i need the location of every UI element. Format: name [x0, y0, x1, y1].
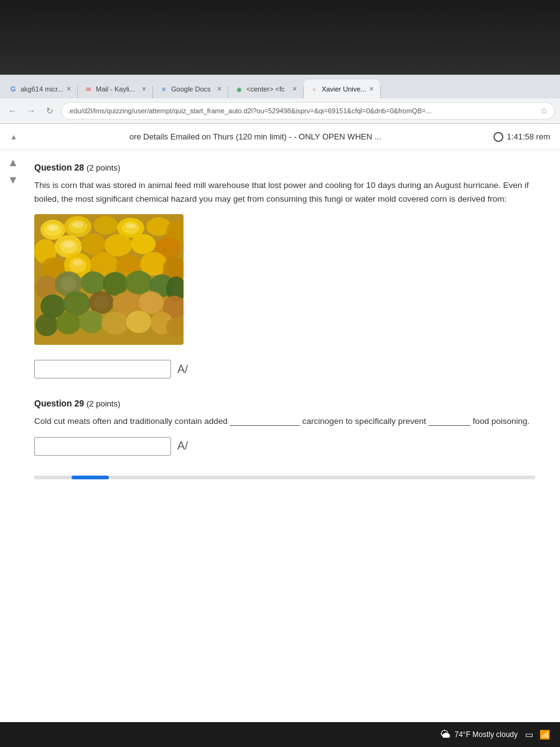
- horizontal-scrollbar[interactable]: [34, 476, 535, 479]
- tab-favicon-docs: ≡: [159, 85, 168, 93]
- svg-point-27: [60, 276, 77, 291]
- top-dark-bar: [0, 0, 560, 75]
- taskbar-monitor-icon[interactable]: ▭: [525, 730, 533, 740]
- svg-point-47: [48, 225, 58, 231]
- address-bar[interactable]: .edu/d2l/lms/quizzing/user/attempt/quiz_…: [61, 102, 555, 120]
- question-28-input[interactable]: [34, 360, 171, 378]
- svg-point-40: [35, 314, 58, 336]
- bookmark-icon[interactable]: ☆: [540, 106, 548, 116]
- svg-point-30: [125, 271, 152, 294]
- reload-button[interactable]: ↻: [42, 103, 57, 118]
- spell-check-icon-29[interactable]: A/: [177, 439, 188, 453]
- svg-point-49: [126, 223, 136, 228]
- svg-point-42: [79, 311, 104, 333]
- tab-favicon-xavier: ○: [310, 85, 319, 93]
- question-28-points: (2 points): [86, 163, 120, 172]
- page-title-bar: ▲ ore Details Emailed on Thurs (120 min …: [0, 124, 560, 150]
- svg-point-28: [81, 271, 106, 294]
- svg-point-6: [93, 216, 118, 235]
- tab-xavier[interactable]: ○ Xavier Unive... ×: [304, 80, 380, 98]
- forward-button[interactable]: →: [24, 103, 39, 118]
- tab-label-xavier: Xavier Unive...: [322, 85, 366, 93]
- address-bar-row: ← → ↻ .edu/d2l/lms/quizzing/user/attempt…: [0, 98, 560, 123]
- question-29-input[interactable]: [34, 437, 171, 456]
- tab-google-docs[interactable]: ≡ Google Docs ×: [153, 80, 228, 98]
- tab-label-docs: Google Docs: [171, 85, 211, 93]
- left-collapse-arrow[interactable]: ▲: [7, 156, 19, 169]
- left-expand-arrow[interactable]: ▼: [7, 174, 19, 187]
- tab-mail[interactable]: ✉ Mail - Kayli... ×: [78, 80, 152, 98]
- svg-point-38: [139, 291, 164, 314]
- tab-akg614[interactable]: G akg614 micr... ×: [2, 80, 77, 98]
- tab-label-mail: Mail - Kayli...: [96, 85, 135, 93]
- tab-close-mail[interactable]: ×: [142, 85, 146, 93]
- svg-point-14: [81, 233, 106, 255]
- tab-divider-5: [380, 86, 381, 98]
- tab-label-center: <center> <fc: [246, 85, 284, 93]
- question-29-answer-area: A/: [34, 437, 535, 456]
- question-28-section: Question 28 (2 points) This is corn that…: [34, 162, 535, 378]
- timer-display: 1:41:58 rem: [493, 132, 550, 142]
- svg-point-29: [103, 272, 128, 296]
- address-text: .edu/d2l/lms/quizzing/user/attempt/quiz_…: [68, 107, 536, 115]
- question-29-header: Question 29 (2 points): [34, 398, 535, 408]
- back-button[interactable]: ←: [5, 103, 20, 118]
- question-29-text: Cold cut meats often and traditionally c…: [34, 415, 535, 428]
- svg-point-43: [101, 312, 129, 334]
- timer-icon: [493, 132, 503, 142]
- svg-point-50: [63, 242, 74, 248]
- question-29-points: (2 points): [86, 399, 120, 408]
- page-title: ore Details Emailed on Thurs (120 min li…: [129, 132, 381, 141]
- tab-center[interactable]: ◉ <center> <fc ×: [228, 80, 303, 98]
- svg-point-41: [56, 312, 81, 334]
- tab-close-center[interactable]: ×: [292, 85, 297, 93]
- corn-image: [34, 214, 184, 345]
- browser-chrome: G akg614 micr... × ✉ Mail - Kayli... × ≡…: [0, 75, 560, 124]
- tab-label-akg614: akg614 micr...: [21, 85, 63, 93]
- scroll-up-arrow[interactable]: ▲: [10, 133, 17, 141]
- tab-close-xavier[interactable]: ×: [370, 85, 374, 93]
- svg-point-44: [126, 311, 151, 333]
- taskbar: 🌥 74°F Mostly cloudy ▭ 📶: [0, 722, 560, 747]
- question-28-label: Question 28: [34, 162, 84, 172]
- svg-point-16: [131, 234, 156, 254]
- tab-favicon-akg614: G: [9, 85, 17, 93]
- question-29-label: Question 29: [34, 398, 84, 408]
- taskbar-system-icons: ▭ 📶: [525, 730, 550, 740]
- scrollbar-thumb[interactable]: [72, 476, 109, 479]
- question-28-answer-area: A/: [34, 360, 535, 378]
- weather-text: 74°F Mostly cloudy: [454, 730, 518, 739]
- weather-icon: 🌥: [441, 729, 450, 740]
- svg-point-48: [72, 222, 83, 228]
- spell-check-icon-28[interactable]: A/: [177, 363, 188, 376]
- tab-close-akg614[interactable]: ×: [67, 85, 71, 93]
- tab-favicon-center: ◉: [235, 85, 243, 93]
- tab-close-docs[interactable]: ×: [217, 85, 222, 93]
- question-28-header: Question 28 (2 points): [34, 162, 535, 172]
- tab-bar: G akg614 micr... × ✉ Mail - Kayli... × ≡…: [0, 75, 560, 98]
- question-28-text: This is corn that was stored in animal f…: [34, 179, 535, 205]
- svg-point-51: [73, 260, 83, 266]
- question-29-section: Question 29 (2 points) Cold cut meats of…: [34, 398, 535, 456]
- quiz-content: ▲ ▼ Question 28 (2 points) This is corn …: [0, 150, 560, 741]
- timer-text: 1:41:58 rem: [507, 132, 550, 141]
- taskbar-wifi-icon[interactable]: 📶: [539, 730, 550, 740]
- weather-display: 🌥 74°F Mostly cloudy: [441, 729, 518, 740]
- svg-point-36: [94, 296, 109, 309]
- tab-favicon-mail: ✉: [84, 85, 93, 93]
